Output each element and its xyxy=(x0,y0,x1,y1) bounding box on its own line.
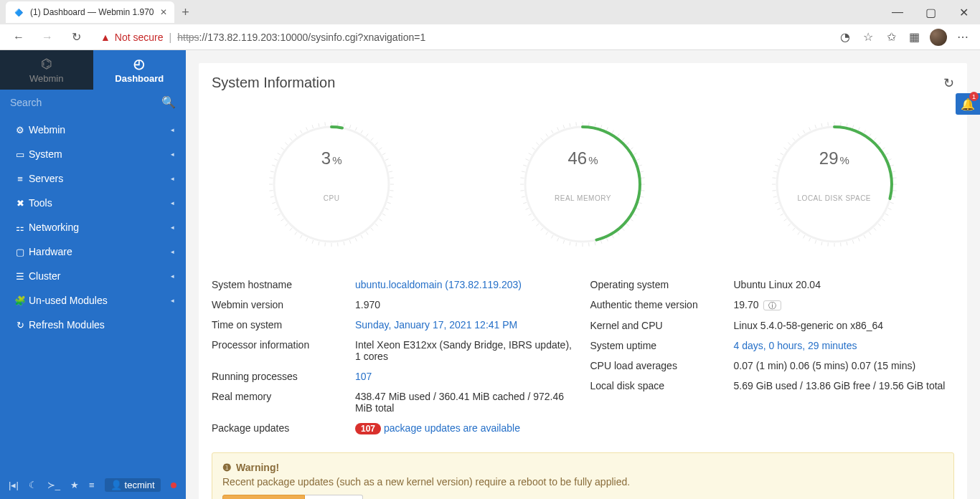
svg-line-71 xyxy=(631,148,633,150)
notification-badge[interactable]: 🔔 1 xyxy=(956,93,980,115)
search-input[interactable] xyxy=(10,97,161,108)
info-label: Package updates xyxy=(212,422,355,434)
reboot-now-button[interactable]: ↻ Reboot Now xyxy=(222,495,305,499)
svg-line-5 xyxy=(361,130,363,133)
close-window-button[interactable]: ✕ xyxy=(947,1,980,23)
sidebar-item-system[interactable]: ▭ System ◂ xyxy=(0,142,186,166)
svg-line-1 xyxy=(338,122,339,125)
svg-line-22 xyxy=(375,224,378,226)
sidebar-tab-dashboard[interactable]: ◴ Dashboard xyxy=(93,50,187,90)
sidebar-item-servers[interactable]: ≡ Servers ◂ xyxy=(0,166,186,191)
svg-line-24 xyxy=(366,232,368,234)
info-value[interactable]: Sunday, January 17, 2021 12:41 PM xyxy=(355,319,517,331)
svg-line-99 xyxy=(541,228,543,231)
refresh-button[interactable]: ↻ xyxy=(943,75,954,91)
svg-line-100 xyxy=(537,224,540,226)
collapse-icon[interactable]: |◂| xyxy=(9,480,19,490)
svg-line-26 xyxy=(356,238,357,242)
svg-line-47 xyxy=(270,171,274,172)
search-icon[interactable]: 🔍 xyxy=(161,95,176,109)
svg-line-163 xyxy=(783,219,786,221)
notification-count: 1 xyxy=(969,92,979,101)
star-icon[interactable]: ★ xyxy=(70,480,79,490)
menu-item-icon: ▭ xyxy=(11,149,29,160)
svg-line-59 xyxy=(325,122,326,125)
collections-icon[interactable]: ▦ xyxy=(907,30,921,44)
svg-line-178 xyxy=(798,134,800,137)
menu-item-icon: ⚙ xyxy=(11,125,29,136)
svg-line-156 xyxy=(821,242,822,245)
user-chip[interactable]: 👤 tecmint xyxy=(105,478,161,492)
night-mode-icon[interactable]: ☾ xyxy=(29,480,37,490)
sidebar-item-webmin[interactable]: ⚙ Webmin ◂ xyxy=(0,118,186,142)
minimize-button[interactable]: — xyxy=(881,1,914,23)
not-secure-indicator[interactable]: ▲ Not secure xyxy=(100,32,164,43)
back-button[interactable]: ← xyxy=(7,26,30,49)
browser-tab[interactable]: 🔷 (1) Dashboard — Webmin 1.970 ✕ xyxy=(6,1,174,23)
menu-icon[interactable]: ⋯ xyxy=(956,30,970,44)
sidebar-tab-webmin[interactable]: ⌬ Webmin xyxy=(0,50,93,90)
svg-line-160 xyxy=(798,232,800,234)
warning-title: ❶ Warning! xyxy=(222,462,943,473)
sidebar-item-refresh-modules[interactable]: ↻ Refresh Modules xyxy=(0,313,186,337)
sidebar-item-un-used-modules[interactable]: 🧩 Un-used Modules ◂ xyxy=(0,288,186,313)
info-value[interactable]: 107 xyxy=(355,371,372,382)
favorite-outline-icon[interactable]: ☆ xyxy=(861,30,875,44)
info-value[interactable]: package updates are available xyxy=(384,422,520,434)
gauge-local-disk-space: 29% LOCAL DISK SPACE xyxy=(727,113,942,256)
svg-line-21 xyxy=(379,219,382,221)
maximize-button[interactable]: ▢ xyxy=(914,1,947,23)
svg-line-129 xyxy=(864,130,866,133)
svg-line-177 xyxy=(793,138,795,141)
svg-line-3 xyxy=(349,125,351,128)
svg-line-183 xyxy=(828,122,829,125)
gauges-row: 3% CPU 46% REAL MEMORY 29% LOCAL DISK SP… xyxy=(199,98,967,263)
svg-line-110 xyxy=(524,165,527,166)
close-tab-icon[interactable]: ✕ xyxy=(160,7,167,17)
svg-line-83 xyxy=(631,219,633,221)
svg-line-40 xyxy=(278,214,281,216)
menu-item-label: Refresh Modules xyxy=(29,319,174,331)
info-value[interactable]: 4 days, 0 hours, 29 minutes xyxy=(734,340,857,351)
sidebar-item-tools[interactable]: ✖ Tools ◂ xyxy=(0,191,186,215)
svg-line-164 xyxy=(780,214,783,216)
favorites-icon[interactable]: ✩ xyxy=(884,30,898,44)
info-value: Linux 5.4.0-58-generic on x86_64 xyxy=(734,320,884,331)
svg-line-181 xyxy=(815,125,816,128)
svg-line-52 xyxy=(286,143,288,145)
svg-line-138 xyxy=(892,178,896,179)
info-value[interactable]: ubuntu.localdomain (173.82.119.203) xyxy=(355,279,522,290)
terminal-icon[interactable]: ≻_ xyxy=(47,480,60,490)
info-label: Webmin version xyxy=(212,299,355,310)
sidebar-item-networking[interactable]: ⚏ Networking ◂ xyxy=(0,215,186,239)
svg-line-153 xyxy=(840,243,841,247)
svg-line-101 xyxy=(532,219,535,221)
address-bar[interactable]: ▲ Not secure | https://173.82.119.203:10… xyxy=(93,27,832,48)
svg-line-182 xyxy=(821,123,822,127)
card-header: System Information ↻ xyxy=(199,63,967,98)
svg-line-14 xyxy=(390,178,394,179)
svg-line-90 xyxy=(595,242,596,245)
svg-line-130 xyxy=(869,134,871,137)
svg-line-176 xyxy=(788,143,791,145)
svg-line-127 xyxy=(852,125,854,128)
svg-line-172 xyxy=(775,165,778,166)
tracking-icon[interactable]: ◔ xyxy=(838,30,852,44)
svg-line-19 xyxy=(385,208,389,209)
reload-button[interactable]: ↻ xyxy=(65,26,88,49)
svg-line-179 xyxy=(803,130,805,133)
svg-line-73 xyxy=(636,159,640,161)
new-tab-button[interactable]: + xyxy=(174,1,197,23)
sidebar-item-hardware[interactable]: ▢ Hardware ◂ xyxy=(0,239,186,264)
status-dot[interactable] xyxy=(171,483,176,488)
hide-alert-button[interactable]: Hide Alert xyxy=(305,495,363,499)
svg-line-141 xyxy=(892,196,895,197)
sidebar-item-cluster[interactable]: ☰ Cluster ◂ xyxy=(0,264,186,288)
profile-avatar[interactable] xyxy=(930,29,947,46)
svg-line-84 xyxy=(626,224,629,226)
svg-line-171 xyxy=(773,171,777,172)
theme-info-button[interactable]: ⓘ xyxy=(763,300,781,310)
settings-icon[interactable]: ≡ xyxy=(89,480,95,490)
svg-line-79 xyxy=(641,196,644,197)
chevron-left-icon: ◂ xyxy=(171,297,174,304)
